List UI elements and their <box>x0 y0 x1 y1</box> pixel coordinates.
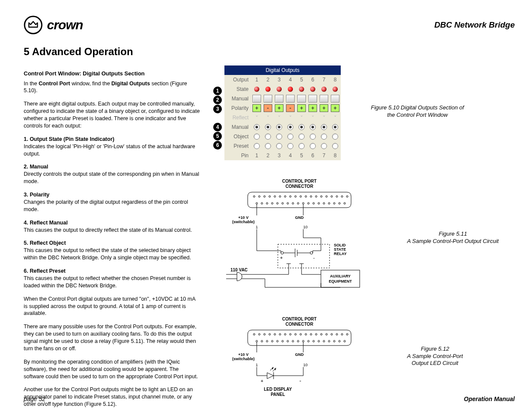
polarity-button[interactable]: - <box>264 104 272 112</box>
row-polarity: Polarity + - + - + + + + <box>224 103 341 113</box>
svg-text:+10 V: +10 V <box>238 215 249 220</box>
item-1-body: Indicates the logical 'Pin-High' or 'Pin… <box>24 143 200 158</box>
manual-button[interactable] <box>264 95 272 103</box>
reflect-object-radio[interactable] <box>321 134 327 140</box>
reflect-object-radio[interactable] <box>299 134 305 140</box>
polarity-button[interactable]: + <box>275 104 283 112</box>
reflect-manual-radio[interactable] <box>299 124 305 130</box>
svg-text:1: 1 <box>255 363 258 367</box>
svg-text:110 VAC: 110 VAC <box>230 268 248 272</box>
reflect-object-radio[interactable] <box>254 134 260 140</box>
para-power: When the Control Port digital outputs ar… <box>24 296 200 318</box>
callout-1: 1 <box>213 87 222 95</box>
row-reflect-object: Object <box>224 132 341 141</box>
reflect-preset-radio[interactable] <box>265 143 271 149</box>
svg-point-34 <box>318 202 320 204</box>
svg-point-135 <box>282 340 283 342</box>
product-name: DBC Network Bridge <box>434 20 515 30</box>
callout-3: 3 <box>213 105 222 113</box>
svg-text:(switchable): (switchable) <box>232 357 255 361</box>
svg-text:1: 1 <box>255 225 258 229</box>
svg-text:10: 10 <box>303 225 308 229</box>
row-state: State <box>224 84 341 94</box>
svg-point-22 <box>256 202 258 204</box>
reflect-preset-radio[interactable] <box>287 143 293 149</box>
svg-point-118 <box>289 333 291 335</box>
manual-button[interactable] <box>331 95 339 103</box>
item-4-body: This causes the output to directly refle… <box>24 227 200 234</box>
reflect-object-radio[interactable] <box>310 134 316 140</box>
polarity-button[interactable]: + <box>308 104 317 112</box>
reflect-object-radio[interactable] <box>332 134 338 140</box>
svg-text:GND: GND <box>295 215 304 220</box>
svg-point-32 <box>308 202 309 204</box>
reflect-object-radio[interactable] <box>276 134 282 140</box>
svg-point-113 <box>264 333 265 335</box>
manual-button[interactable] <box>308 95 317 103</box>
manual-button[interactable] <box>320 95 328 103</box>
svg-marker-158 <box>267 373 274 379</box>
reflect-manual-radio[interactable] <box>276 124 282 130</box>
svg-point-13 <box>305 196 307 197</box>
svg-point-145 <box>333 340 335 342</box>
figure-5-10-caption: Figure 5.10 Digital Outputs Section of t… <box>371 104 464 119</box>
svg-point-36 <box>328 202 330 204</box>
manual-button[interactable] <box>252 95 261 103</box>
svg-point-19 <box>336 196 338 197</box>
digital-outputs-panel: 1 2 3 4 5 6 Digital Outputs Output 12 <box>213 65 341 160</box>
svg-point-17 <box>326 196 327 197</box>
reflect-manual-radio[interactable] <box>321 124 327 130</box>
svg-text:RELAY: RELAY <box>334 252 347 256</box>
svg-point-112 <box>258 333 260 335</box>
svg-point-127 <box>336 333 338 335</box>
reflect-preset-radio[interactable] <box>332 143 338 149</box>
svg-point-8 <box>279 196 281 197</box>
reflect-preset-radio[interactable] <box>254 143 260 149</box>
svg-point-39 <box>344 202 345 204</box>
svg-point-114 <box>269 333 271 335</box>
callout-6: 6 <box>213 141 222 149</box>
svg-point-139 <box>302 340 304 342</box>
reflect-preset-radio[interactable] <box>276 143 282 149</box>
polarity-button[interactable]: + <box>331 104 339 112</box>
svg-point-119 <box>295 333 296 335</box>
svg-point-116 <box>279 333 281 335</box>
polarity-button[interactable]: - <box>286 104 295 112</box>
svg-text:-: - <box>299 377 301 384</box>
manual-button[interactable] <box>286 95 295 103</box>
svg-point-5 <box>264 196 265 197</box>
manual-button[interactable] <box>275 95 283 103</box>
reflect-manual-radio[interactable] <box>287 124 293 130</box>
polarity-button[interactable]: + <box>297 104 306 112</box>
reflect-object-radio[interactable] <box>287 134 293 140</box>
svg-point-129 <box>346 333 348 335</box>
item-3-head: 3. Polarity <box>24 191 200 199</box>
polarity-button[interactable]: + <box>252 104 261 112</box>
svg-point-144 <box>328 340 330 342</box>
reflect-manual-radio[interactable] <box>265 124 271 130</box>
figure-5-12-caption: Figure 5.12 A Sample Control-Port Output… <box>407 346 463 367</box>
manual-button[interactable] <box>297 95 306 103</box>
reflect-manual-radio[interactable] <box>254 124 260 130</box>
reflect-preset-radio[interactable] <box>299 143 305 149</box>
svg-text:STATE: STATE <box>334 247 346 252</box>
polarity-button[interactable]: + <box>320 104 328 112</box>
panel-title: Digital Outputs <box>224 65 341 75</box>
row-reflect-preset: Preset <box>224 141 341 151</box>
svg-point-33 <box>313 202 314 204</box>
col-header-output: Output <box>224 75 251 84</box>
svg-point-30 <box>297 202 299 204</box>
svg-point-6 <box>269 196 271 197</box>
svg-point-138 <box>297 340 299 342</box>
reflect-preset-radio[interactable] <box>321 143 327 149</box>
svg-point-125 <box>326 333 327 335</box>
svg-point-63 <box>310 252 313 254</box>
reflect-object-radio[interactable] <box>265 134 271 140</box>
svg-text:+: + <box>280 255 283 260</box>
reflect-preset-radio[interactable] <box>310 143 316 149</box>
reflect-manual-radio[interactable] <box>332 124 338 130</box>
svg-point-4 <box>258 196 260 197</box>
section-heading: 5 Advanced Operation <box>24 46 515 58</box>
svg-point-136 <box>287 340 289 342</box>
reflect-manual-radio[interactable] <box>310 124 316 130</box>
